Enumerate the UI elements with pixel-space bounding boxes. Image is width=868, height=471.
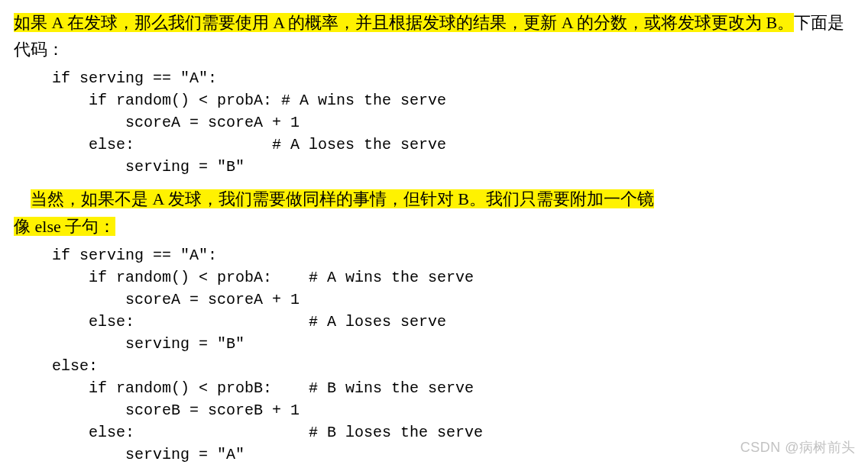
code-block-2: if serving == "A": if random() < probA: …: [52, 244, 854, 466]
code-block-1: if serving == "A": if random() < probA: …: [52, 67, 854, 178]
paragraph-2: 当然，如果不是 A 发球，我们需要做同样的事情，但针对 B。我们只需要附加一个镜…: [14, 185, 854, 239]
paragraph-1: 如果 A 在发球，那么我们需要使用 A 的概率，并且根据发球的结果，更新 A 的…: [14, 9, 854, 63]
paragraph-1-highlight: 如果 A 在发球，那么我们需要使用 A 的概率，并且根据发球的结果，更新 A 的…: [14, 13, 794, 32]
paragraph-2-highlight-line1: 当然，如果不是 A 发球，我们需要做同样的事情，但针对 B。我们只需要附加一个镜: [31, 189, 654, 208]
paragraph-2-highlight-line2: 像 else 子句：: [14, 217, 115, 236]
